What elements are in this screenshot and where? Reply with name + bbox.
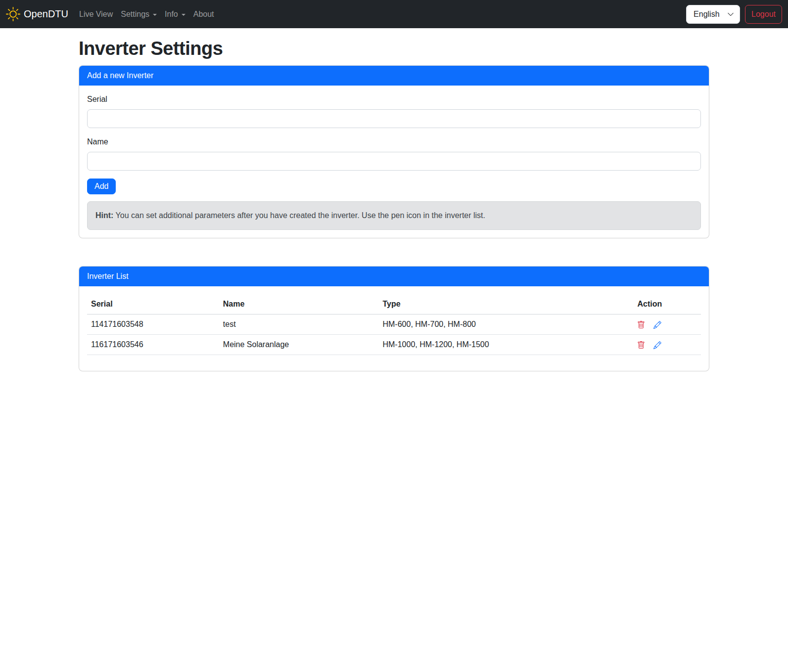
name-label: Name [87, 136, 701, 148]
table-row: 114171603548 test HM-600, HM-700, HM-800 [87, 314, 701, 335]
trash-icon [637, 341, 645, 349]
nav-menu: Live View Settings Info About [75, 6, 218, 23]
inverter-list-card-body: Serial Name Type Action 114171603548 tes… [79, 286, 709, 371]
inverter-table: Serial Name Type Action 114171603548 tes… [87, 294, 701, 355]
add-inverter-card-body: Serial Name Add Hint: You can set additi… [79, 86, 709, 238]
nav-item-info[interactable]: Info [161, 6, 189, 23]
inverter-list-card-header: Inverter List [79, 267, 709, 286]
navbar-right: English Logout [686, 5, 782, 24]
trash-icon [637, 321, 645, 329]
nav-item-label: Settings [121, 10, 149, 19]
column-header-action: Action [633, 294, 701, 314]
logout-button[interactable]: Logout [745, 5, 782, 24]
navbar: OpenDTU Live View Settings Info About En… [0, 0, 788, 28]
edit-inverter-button[interactable] [653, 321, 661, 329]
language-select-wrap: English [686, 5, 740, 24]
hint-text: You can set additional parameters after … [113, 211, 485, 220]
caret-down-icon [153, 14, 157, 16]
serial-input[interactable] [87, 109, 701, 128]
hint-label: Hint: [95, 211, 113, 220]
nav-item-live-view[interactable]: Live View [75, 6, 117, 23]
language-select[interactable]: English [686, 5, 740, 24]
inverter-list-card: Inverter List Serial Name Type Action 11… [79, 266, 709, 371]
serial-label: Serial [87, 93, 701, 105]
pencil-icon [653, 341, 661, 349]
add-inverter-card: Add a new Inverter Serial Name Add Hint:… [79, 65, 709, 238]
cell-serial: 116171603546 [87, 335, 219, 355]
column-header-type: Type [378, 294, 633, 314]
add-button[interactable]: Add [87, 179, 116, 194]
pencil-icon [653, 321, 661, 329]
cell-name: test [219, 314, 379, 335]
column-header-serial: Serial [87, 294, 219, 314]
brand-link[interactable]: OpenDTU [6, 7, 68, 21]
add-inverter-card-header: Add a new Inverter [79, 66, 709, 86]
column-header-name: Name [219, 294, 379, 314]
nav-item-about[interactable]: About [189, 6, 218, 23]
table-header-row: Serial Name Type Action [87, 294, 701, 314]
cell-serial: 114171603548 [87, 314, 219, 335]
delete-inverter-button[interactable] [637, 341, 645, 349]
caret-down-icon [182, 14, 185, 16]
nav-item-label: Info [165, 10, 178, 19]
cell-action [633, 314, 701, 335]
sun-icon [6, 7, 20, 21]
delete-inverter-button[interactable] [637, 321, 645, 329]
nav-item-label: About [193, 10, 214, 19]
table-row: 116171603546 Meine Solaranlage HM-1000, … [87, 335, 701, 355]
page-title: Inverter Settings [79, 38, 709, 59]
hint-alert: Hint: You can set additional parameters … [87, 201, 701, 230]
edit-inverter-button[interactable] [653, 341, 661, 349]
cell-name: Meine Solaranlage [219, 335, 379, 355]
nav-item-settings[interactable]: Settings [117, 6, 161, 23]
cell-action [633, 335, 701, 355]
main-container: Inverter Settings Add a new Inverter Ser… [79, 38, 709, 371]
name-input[interactable] [87, 152, 701, 171]
cell-type: HM-600, HM-700, HM-800 [378, 314, 633, 335]
cell-type: HM-1000, HM-1200, HM-1500 [378, 335, 633, 355]
brand-label: OpenDTU [24, 8, 68, 20]
nav-item-label: Live View [79, 10, 113, 19]
